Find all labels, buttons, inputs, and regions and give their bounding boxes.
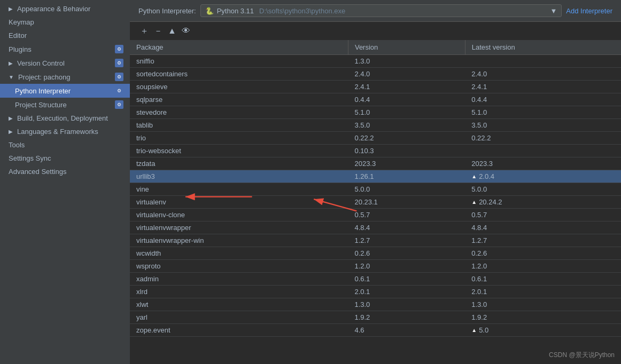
sidebar-item-plugins[interactable]: Plugins ⚙ <box>0 42 130 56</box>
latest-version-cell: 2.0.1 <box>465 286 621 298</box>
package-name-cell: xadmin <box>130 273 348 286</box>
version-cell: 3.5.0 <box>348 119 465 132</box>
sidebar-item-appearance[interactable]: ▶ Appearance & Behavior <box>0 2 130 15</box>
sidebar-label-version-control: Version Control <box>17 59 65 67</box>
version-cell: 1.3.0 <box>348 298 465 311</box>
sidebar-item-settings-sync[interactable]: Settings Sync <box>0 152 130 165</box>
table-row[interactable]: virtualenvwrapper-win1.2.71.2.7 <box>130 234 621 247</box>
build-expand-icon: ▶ <box>9 115 13 121</box>
remove-package-button[interactable]: － <box>152 25 164 37</box>
package-name-cell: wsproto <box>130 260 348 273</box>
sidebar-item-python-interpreter[interactable]: Python Interpreter ⚙ <box>0 84 130 98</box>
package-name-cell: trio <box>130 132 348 145</box>
table-row[interactable]: sortedcontainers2.4.02.4.0 <box>130 68 621 81</box>
package-name-cell: vine <box>130 183 348 196</box>
package-name-cell: sniffio <box>130 55 348 68</box>
sidebar-item-editor[interactable]: Editor <box>0 29 130 42</box>
sidebar-label-build-execution: Build, Execution, Deployment <box>17 114 108 122</box>
package-name-cell: virtualenvwrapper-win <box>130 234 348 247</box>
add-interpreter-button[interactable]: Add Interpreter <box>566 7 612 15</box>
plugins-icon: ⚙ <box>115 45 123 53</box>
package-name-cell: tzdata <box>130 157 348 170</box>
package-name-cell: tablib <box>130 119 348 132</box>
table-row[interactable]: wsproto1.2.01.2.0 <box>130 260 621 273</box>
up-package-button[interactable]: ▲ <box>166 25 178 37</box>
interpreter-header: Python Interpreter: 🐍 Python 3.11 D:\sof… <box>130 0 621 22</box>
sidebar-label-settings-sync: Settings Sync <box>9 154 51 162</box>
table-row[interactable]: urllib31.26.1▲2.0.4 <box>130 170 621 183</box>
latest-version-cell: 2023.3 <box>465 157 621 170</box>
table-row[interactable]: soupsieve2.4.12.4.1 <box>130 81 621 93</box>
languages-expand-icon: ▶ <box>9 129 13 134</box>
table-row[interactable]: tzdata2023.32023.3 <box>130 157 621 170</box>
version-cell: 0.5.7 <box>348 209 465 221</box>
sidebar-item-build-execution[interactable]: ▶ Build, Execution, Deployment <box>0 112 130 125</box>
latest-version-cell: 0.6.1 <box>465 273 621 286</box>
table-row[interactable]: virtualenv-clone0.5.70.5.7 <box>130 209 621 221</box>
package-name-cell: trio-websocket <box>130 145 348 157</box>
package-name-cell: zope.event <box>130 324 348 337</box>
sidebar-label-python-interpreter: Python Interpreter <box>15 87 71 95</box>
sidebar-label-languages-frameworks: Languages & Frameworks <box>17 128 98 136</box>
packages-table-container[interactable]: Package Version Latest version sniffio1.… <box>130 40 621 364</box>
sidebar-label-advanced-settings: Advanced Settings <box>9 168 66 176</box>
table-row[interactable]: yarl1.9.21.9.2 <box>130 311 621 324</box>
sidebar-label-appearance: Appearance & Behavior <box>17 5 90 13</box>
interpreter-dropdown[interactable]: 🐍 Python 3.11 D:\softs\python3\python.ex… <box>200 4 562 17</box>
table-row[interactable]: stevedore5.1.05.1.0 <box>130 106 621 119</box>
table-row[interactable]: virtualenvwrapper4.8.44.8.4 <box>130 221 621 234</box>
version-cell: 5.0.0 <box>348 183 465 196</box>
table-row[interactable]: vine5.0.05.0.0 <box>130 183 621 196</box>
latest-version-cell: ▲5.0 <box>465 324 621 337</box>
sidebar-item-languages-frameworks[interactable]: ▶ Languages & Frameworks <box>0 125 130 138</box>
version-cell: 2.0.1 <box>348 286 465 298</box>
latest-version-cell: 5.0.0 <box>465 183 621 196</box>
sidebar-item-advanced-settings[interactable]: Advanced Settings <box>0 165 130 178</box>
latest-version-cell: 3.5.0 <box>465 119 621 132</box>
table-row[interactable]: xlwt1.3.01.3.0 <box>130 298 621 311</box>
upgrade-arrow-icon: ▲ <box>471 327 477 333</box>
table-row[interactable]: xadmin0.6.10.6.1 <box>130 273 621 286</box>
package-name-cell: soupsieve <box>130 81 348 93</box>
sidebar-item-project[interactable]: ▼ Project: pachong ⚙ <box>0 70 130 84</box>
version-cell: 1.3.0 <box>348 55 465 68</box>
add-package-button[interactable]: ＋ <box>138 25 150 37</box>
table-row[interactable]: trio0.22.20.22.2 <box>130 132 621 145</box>
version-cell: 0.4.4 <box>348 93 465 106</box>
packages-toolbar: ＋ － ▲ 👁 <box>130 22 621 40</box>
latest-version-cell: ▲2.0.4 <box>465 170 621 183</box>
sidebar-item-project-structure[interactable]: Project Structure ⚙ <box>0 98 130 112</box>
table-row[interactable]: sqlparse0.4.40.4.4 <box>130 93 621 106</box>
version-cell: 20.23.1 <box>348 196 465 209</box>
latest-version-cell: 4.8.4 <box>465 221 621 234</box>
version-cell: 1.2.0 <box>348 260 465 273</box>
package-name-cell: virtualenvwrapper <box>130 221 348 234</box>
sidebar-label-project-structure: Project Structure <box>15 101 67 109</box>
table-row[interactable]: virtualenv20.23.1▲20.24.2 <box>130 196 621 209</box>
latest-version-cell <box>465 55 621 68</box>
sidebar-label-plugins: Plugins <box>9 45 32 53</box>
package-name-cell: sortedcontainers <box>130 68 348 81</box>
watermark: CSDN @景天说Python <box>549 351 615 360</box>
sidebar-label-project: Project: pachong <box>18 73 71 81</box>
sidebar-item-tools[interactable]: Tools <box>0 138 130 152</box>
table-row[interactable]: wcwidth0.2.60.2.6 <box>130 247 621 260</box>
show-package-button[interactable]: 👁 <box>180 25 192 37</box>
table-row[interactable]: zope.event4.6▲5.0 <box>130 324 621 337</box>
table-row[interactable]: sniffio1.3.0 <box>130 55 621 68</box>
latest-version-cell: 0.22.2 <box>465 132 621 145</box>
latest-version-cell: 1.9.2 <box>465 311 621 324</box>
table-header-row: Package Version Latest version <box>130 40 621 55</box>
table-row[interactable]: trio-websocket0.10.3 <box>130 145 621 157</box>
table-row[interactable]: xlrd2.0.12.0.1 <box>130 286 621 298</box>
latest-version-cell: 0.4.4 <box>465 93 621 106</box>
package-name-cell: virtualenv <box>130 196 348 209</box>
version-cell: 1.26.1 <box>348 170 465 183</box>
package-name-cell: virtualenv-clone <box>130 209 348 221</box>
sidebar-item-keymap[interactable]: Keymap <box>0 15 130 29</box>
version-cell: 1.9.2 <box>348 311 465 324</box>
expand-icon: ▶ <box>9 6 13 12</box>
sidebar-item-version-control[interactable]: ▶ Version Control ⚙ <box>0 56 130 70</box>
table-row[interactable]: tablib3.5.03.5.0 <box>130 119 621 132</box>
latest-version-cell: 1.2.7 <box>465 234 621 247</box>
